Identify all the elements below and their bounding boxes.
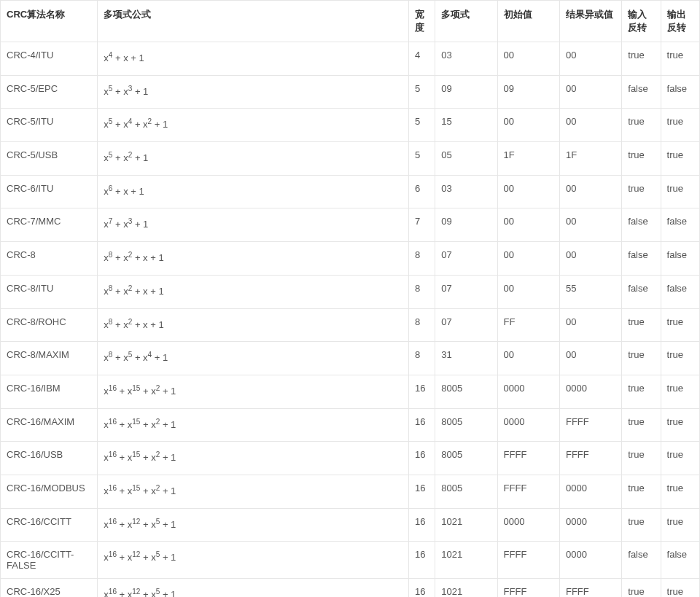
table-row: CRC-8x8 + x2 + x + 18070000falsefalse xyxy=(1,242,700,276)
cell-refin: true xyxy=(622,408,661,442)
cell-poly: 07 xyxy=(435,242,497,276)
cell-init: 0000 xyxy=(497,375,559,408)
cell-width: 16 xyxy=(409,442,435,475)
cell-xorout: 0000 xyxy=(559,375,621,408)
cell-poly-formula: x16 + x12 + x5 + 1 xyxy=(98,508,409,542)
col-xor-header: 结果异或值 xyxy=(559,1,621,42)
cell-name: CRC-16/CCITT-FALSE xyxy=(1,542,98,579)
cell-xorout: 0000 xyxy=(559,475,621,508)
cell-xorout: 0000 xyxy=(559,542,621,579)
cell-refin: true xyxy=(622,109,661,142)
cell-refout: false xyxy=(661,242,699,276)
cell-refout: false xyxy=(661,75,699,109)
table-row: CRC-6/ITUx6 + x + 16030000truetrue xyxy=(1,175,700,208)
cell-xorout: 00 xyxy=(559,342,621,375)
cell-init: 00 xyxy=(497,208,559,242)
cell-width: 5 xyxy=(409,109,435,142)
cell-poly-formula: x6 + x + 1 xyxy=(98,175,409,208)
cell-poly: 8005 xyxy=(435,375,497,408)
cell-init: 00 xyxy=(497,42,559,76)
cell-name: CRC-16/MODBUS xyxy=(1,475,98,508)
cell-init: FFFF xyxy=(497,579,559,597)
cell-init: 09 xyxy=(497,75,559,109)
cell-init: 00 xyxy=(497,175,559,208)
cell-poly-formula: x4 + x + 1 xyxy=(98,42,409,76)
cell-xorout: 00 xyxy=(559,208,621,242)
cell-refin: true xyxy=(622,142,661,176)
cell-poly-formula: x8 + x2 + x + 1 xyxy=(98,242,409,276)
cell-refin: true xyxy=(622,579,661,597)
cell-poly-formula: x5 + x2 + 1 xyxy=(98,142,409,176)
cell-xorout: 00 xyxy=(559,75,621,109)
cell-width: 16 xyxy=(409,375,435,408)
cell-poly: 09 xyxy=(435,75,497,109)
cell-refout: true xyxy=(661,342,699,375)
table-row: CRC-16/CCITT-FALSEx16 + x12 + x5 + 11610… xyxy=(1,542,700,579)
table-row: CRC-16/IBMx16 + x15 + x2 + 1168005000000… xyxy=(1,375,700,408)
cell-refout: true xyxy=(661,579,699,597)
cell-poly-formula: x8 + x2 + x + 1 xyxy=(98,308,409,342)
cell-width: 16 xyxy=(409,408,435,442)
cell-width: 5 xyxy=(409,75,435,109)
cell-xorout: 00 xyxy=(559,242,621,276)
cell-init: 0000 xyxy=(497,508,559,542)
col-refout-header: 输出反转 xyxy=(661,1,699,42)
cell-poly: 8005 xyxy=(435,442,497,475)
cell-init: 00 xyxy=(497,242,559,276)
cell-poly-formula: x16 + x15 + x2 + 1 xyxy=(98,475,409,508)
cell-poly: 1021 xyxy=(435,579,497,597)
cell-width: 8 xyxy=(409,275,435,308)
cell-xorout: 00 xyxy=(559,175,621,208)
cell-refout: true xyxy=(661,142,699,176)
cell-refin: false xyxy=(622,242,661,276)
cell-name: CRC-8 xyxy=(1,242,98,276)
table-body: CRC-4/ITUx4 + x + 14030000truetrueCRC-5/… xyxy=(1,42,700,598)
table-row: CRC-8/ROHCx8 + x2 + x + 1807FF00truetrue xyxy=(1,308,700,342)
cell-poly-formula: x8 + x5 + x4 + 1 xyxy=(98,342,409,375)
cell-width: 8 xyxy=(409,342,435,375)
cell-poly: 15 xyxy=(435,109,497,142)
cell-name: CRC-8/MAXIM xyxy=(1,342,98,375)
cell-xorout: FFFF xyxy=(559,408,621,442)
cell-name: CRC-16/USB xyxy=(1,442,98,475)
cell-name: CRC-6/ITU xyxy=(1,175,98,208)
cell-init: 1F xyxy=(497,142,559,176)
cell-poly: 31 xyxy=(435,342,497,375)
cell-poly: 8005 xyxy=(435,475,497,508)
cell-name: CRC-8/ROHC xyxy=(1,308,98,342)
cell-refin: true xyxy=(622,42,661,76)
cell-poly: 8005 xyxy=(435,408,497,442)
cell-refout: false xyxy=(661,275,699,308)
cell-width: 16 xyxy=(409,475,435,508)
cell-xorout: FFFF xyxy=(559,442,621,475)
cell-width: 4 xyxy=(409,42,435,76)
cell-poly: 03 xyxy=(435,175,497,208)
table-row: CRC-4/ITUx4 + x + 14030000truetrue xyxy=(1,42,700,76)
cell-width: 8 xyxy=(409,308,435,342)
cell-name: CRC-8/ITU xyxy=(1,275,98,308)
cell-poly: 1021 xyxy=(435,508,497,542)
table-row: CRC-16/CCITTx16 + x12 + x5 + 11610210000… xyxy=(1,508,700,542)
cell-width: 6 xyxy=(409,175,435,208)
cell-poly-formula: x16 + x15 + x2 + 1 xyxy=(98,408,409,442)
cell-poly-formula: x7 + x3 + 1 xyxy=(98,208,409,242)
cell-refin: false xyxy=(622,275,661,308)
cell-refout: true xyxy=(661,175,699,208)
cell-refout: true xyxy=(661,508,699,542)
cell-refin: true xyxy=(622,175,661,208)
cell-poly-formula: x16 + x12 + x5 + 1 xyxy=(98,579,409,597)
cell-poly: 07 xyxy=(435,308,497,342)
cell-refout: true xyxy=(661,308,699,342)
cell-xorout: 00 xyxy=(559,308,621,342)
cell-name: CRC-5/USB xyxy=(1,142,98,176)
cell-refout: true xyxy=(661,442,699,475)
cell-width: 8 xyxy=(409,242,435,276)
cell-name: CRC-4/ITU xyxy=(1,42,98,76)
col-poly-header: 多项式公式 xyxy=(98,1,409,42)
cell-width: 5 xyxy=(409,142,435,176)
cell-refin: true xyxy=(622,342,661,375)
cell-poly-formula: x5 + x3 + 1 xyxy=(98,75,409,109)
cell-refin: false xyxy=(622,75,661,109)
cell-init: FFFF xyxy=(497,542,559,579)
cell-refout: true xyxy=(661,42,699,76)
